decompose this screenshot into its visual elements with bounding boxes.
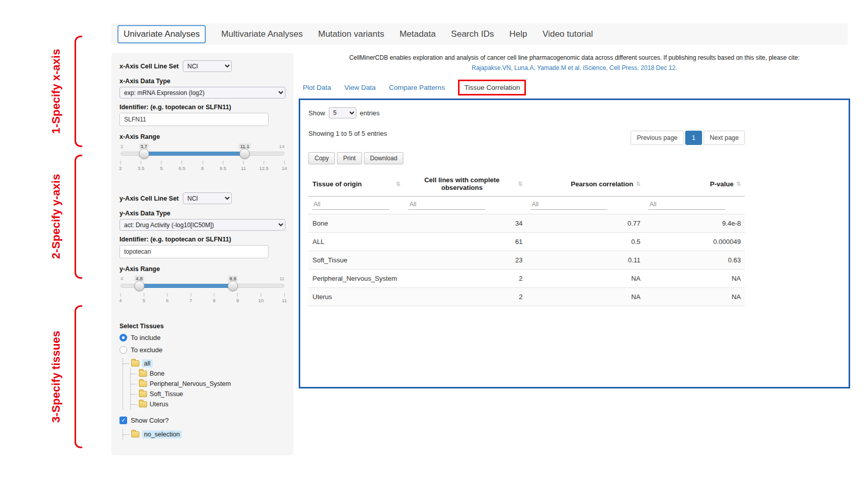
y-range-label: y-Axis Range <box>119 265 285 273</box>
slider-max-label: 11 <box>279 276 284 281</box>
tree-connector <box>123 363 129 364</box>
table-info: Showing 1 to 5 of 5 entries <box>308 130 387 137</box>
x-data-type-select[interactable]: exp: mRNA Expression (log2) <box>119 87 285 99</box>
citation-text: CellMinerCDB enables exploration and ana… <box>299 53 850 62</box>
tab-plot-data[interactable]: Plot Data <box>303 84 331 91</box>
tree-node-label: no_selection <box>142 430 182 438</box>
select-tissues-label: Select Tissues <box>119 323 285 330</box>
nav-tab-metadata[interactable]: Metadata <box>399 29 436 39</box>
nav-tab-univariate-analyses[interactable]: Univariate Analyses <box>117 25 206 43</box>
x-cell-line-set-label: x-Axis Cell Line Set <box>119 63 179 70</box>
filter-tissue-input[interactable] <box>312 199 389 210</box>
y-axis-range-slider[interactable]: 4 11 4.8 8.8 4 5 6 7 8 9 10 11 <box>120 276 284 307</box>
slider-tick-label: 11 <box>282 298 287 303</box>
sort-icon: ⇅ <box>396 181 400 187</box>
slider-tick <box>167 293 167 297</box>
slider-fill <box>139 284 233 288</box>
y-data-type-select[interactable]: act: Drug Activity (-log10[IC50M]) <box>119 219 285 231</box>
page-1-button[interactable]: 1 <box>685 131 702 145</box>
slider-handle-to[interactable] <box>239 149 250 159</box>
table-row: Peripheral_Nervous_System 2 NA NA <box>308 270 745 288</box>
x-identifier-input[interactable] <box>119 113 269 126</box>
column-header-cell-lines[interactable]: Cell lines with complete observations ⇅ <box>404 172 526 197</box>
table-row: ALL 61 0.5 0.000049 <box>308 233 745 251</box>
page-length-select[interactable]: 5 <box>329 107 356 118</box>
previous-page-button[interactable]: Previous page <box>631 131 684 145</box>
sort-icon: ⇅ <box>518 181 522 187</box>
filter-cell-lines-input[interactable] <box>408 199 485 210</box>
tree-connector <box>131 404 137 405</box>
nav-tab-mutation-variants[interactable]: Mutation variants <box>318 29 384 39</box>
y-cell-line-set-select[interactable]: NCI <box>183 192 232 204</box>
nav-tab-video-tutorial[interactable]: Video tutorial <box>542 29 593 39</box>
citation-link[interactable]: Rajapakse.VN, Luna.A, Yamade.M et al. iS… <box>299 63 850 72</box>
next-page-button[interactable]: Next page <box>704 131 745 145</box>
tree-connector <box>123 434 129 435</box>
slider-tick <box>263 161 264 164</box>
column-header-tissue-of-origin[interactable]: Tissue of origin ⇅ <box>308 172 404 197</box>
to-include-radio[interactable] <box>119 334 127 341</box>
nav-tab-help[interactable]: Help <box>509 29 527 39</box>
slider-tick-label: 14 <box>282 165 287 171</box>
tree-node-label: all <box>142 359 153 368</box>
slider-tick-label: 6.5 <box>179 165 185 171</box>
annotation-bracket-1 <box>75 36 82 147</box>
column-header-label: Cell lines with complete observations <box>408 176 515 191</box>
slider-fill <box>144 152 245 156</box>
slider-grid: 4 5 6 7 8 9 10 11 <box>120 293 284 305</box>
tab-view-data[interactable]: View Data <box>345 84 376 91</box>
tree-node-label: Uterus <box>150 401 168 408</box>
x-axis-range-slider[interactable]: 2 14 3.7 11.1 2 3.5 5 6.5 8 9.5 11 12.5 … <box>120 143 284 175</box>
tree-node-label: Soft_Tissue <box>150 391 183 398</box>
y-identifier-input[interactable] <box>119 245 269 258</box>
slider-tick <box>143 293 144 297</box>
slider-tick-label: 9 <box>236 298 239 303</box>
tree-node-soft-tissue[interactable]: Soft_Tissue <box>131 389 285 399</box>
slider-grid: 2 3.5 5 6.5 8 9.5 11 12.5 14 <box>120 161 284 173</box>
table-row: Bone 34 0.77 9.4e-8 <box>308 214 745 233</box>
nav-tab-search-ids[interactable]: Search IDs <box>451 29 494 39</box>
annotation-bracket-3 <box>75 305 82 448</box>
tree-node-all[interactable]: all <box>123 358 285 369</box>
tab-tissue-correlation[interactable]: Tissue Correlation <box>458 80 526 95</box>
folder-icon <box>139 371 147 377</box>
slider-tick <box>120 293 121 297</box>
pagination: Previous page 1 Next page <box>631 131 745 145</box>
tree-node-bone[interactable]: Bone <box>131 369 285 379</box>
slider-tick <box>141 161 141 164</box>
table-row: Uterus 2 NA NA <box>308 288 745 306</box>
to-include-label: To include <box>131 334 161 341</box>
slider-handle-from[interactable] <box>139 149 149 159</box>
y-cell-line-set-label: y-Axis Cell Line Set <box>119 195 179 202</box>
tree-node-peripheral-nervous-system[interactable]: Peripheral_Nervous_System <box>131 379 285 389</box>
copy-button[interactable]: Copy <box>308 152 335 164</box>
slider-handle-from[interactable] <box>134 281 144 291</box>
nav-tab-multivariate-analyses[interactable]: Multivariate Analyses <box>221 29 303 39</box>
download-button[interactable]: Download <box>364 152 403 164</box>
cell-pearson: NA <box>526 270 644 288</box>
page-length-control: Show 5 entries <box>308 107 745 118</box>
annotation-bracket-2 <box>75 155 82 279</box>
column-header-pearson-correlation[interactable]: Pearson correlation ⇅ <box>526 172 644 197</box>
show-color-checkbox[interactable]: ✓ <box>119 417 127 424</box>
tree-node-uterus[interactable]: Uterus <box>131 399 285 409</box>
x-cell-line-set-select[interactable]: NCI <box>183 60 232 72</box>
tissue-correlation-table: Tissue of origin ⇅ Cell lines with compl… <box>308 172 745 306</box>
x-data-type-label: x-Axis Data Type <box>119 78 285 85</box>
slider-tick-label: 7 <box>189 298 192 303</box>
cell-tissue: ALL <box>308 233 404 251</box>
slider-handle-to[interactable] <box>228 281 238 291</box>
to-exclude-radio[interactable] <box>119 346 127 354</box>
slider-tick-label: 5 <box>142 298 145 303</box>
tab-compare-patterns[interactable]: Compare Patterns <box>389 84 445 91</box>
tree-node-no-selection[interactable]: no_selection <box>123 429 285 440</box>
slider-tick <box>161 161 162 164</box>
filter-pearson-input[interactable] <box>531 199 607 210</box>
column-header-p-value[interactable]: P-value ⇅ <box>644 172 745 197</box>
slider-tick <box>190 293 191 297</box>
filter-p-value-input[interactable] <box>648 199 725 210</box>
table-header-row: Tissue of origin ⇅ Cell lines with compl… <box>308 172 745 197</box>
print-button[interactable]: Print <box>337 152 362 164</box>
slider-tick <box>214 293 214 297</box>
slider-max-label: 14 <box>279 143 284 149</box>
